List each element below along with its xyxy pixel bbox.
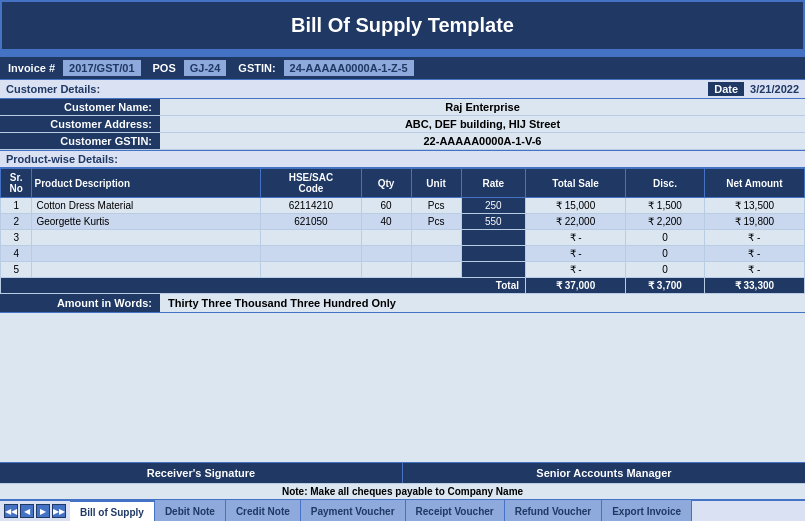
cell-qty: 40 xyxy=(361,214,411,230)
col-header-net: Net Amount xyxy=(704,169,804,198)
cell-total-sale: ₹ - xyxy=(526,230,626,246)
cell-unit xyxy=(411,246,461,262)
table-row: 5 ₹ - 0 ₹ - xyxy=(1,262,805,278)
date-label: Date xyxy=(708,82,744,96)
table-total-row: Total ₹ 37,000 ₹ 3,700 ₹ 33,300 xyxy=(1,278,805,294)
tab-refund-voucher[interactable]: Refund Voucher xyxy=(505,500,602,521)
col-header-unit: Unit xyxy=(411,169,461,198)
customer-name-value: Raj Enterprise xyxy=(160,99,805,115)
tab-payment-voucher[interactable]: Payment Voucher xyxy=(301,500,406,521)
pos-label: POS xyxy=(145,60,184,76)
date-value: 3/21/2022 xyxy=(750,83,799,95)
cell-hse xyxy=(261,262,361,278)
cell-total-sale: ₹ - xyxy=(526,246,626,262)
nav-first[interactable]: ◀◀ xyxy=(4,504,18,518)
cell-net: ₹ 19,800 xyxy=(704,214,804,230)
customer-name-row: Customer Name: Raj Enterprise xyxy=(0,99,805,116)
cell-hse xyxy=(261,230,361,246)
cell-rate: 250 xyxy=(461,198,525,214)
cell-unit xyxy=(411,262,461,278)
nav-last[interactable]: ▶▶ xyxy=(52,504,66,518)
cell-rate xyxy=(461,262,525,278)
invoice-number: 2017/GST/01 xyxy=(63,60,140,76)
tab-receipt-voucher[interactable]: Receipt Voucher xyxy=(406,500,505,521)
total-disc-value: ₹ 3,700 xyxy=(626,278,705,294)
cell-sr: 5 xyxy=(1,262,32,278)
main-container: Bill Of Supply Template Invoice # 2017/G… xyxy=(0,0,805,521)
col-header-disc: Disc. xyxy=(626,169,705,198)
tab-bill-of-supply[interactable]: Bill of Supply xyxy=(70,500,155,521)
cell-net: ₹ - xyxy=(704,262,804,278)
spreadsheet-area: Bill Of Supply Template Invoice # 2017/G… xyxy=(0,0,805,499)
product-details-header: Product-wise Details: xyxy=(0,150,805,168)
cell-unit xyxy=(411,230,461,246)
customer-address-value: ABC, DEF building, HIJ Street xyxy=(160,116,805,132)
accounts-signature: Senior Accounts Manager xyxy=(403,463,805,483)
note-row: Note: Make all cheques payable to Compan… xyxy=(0,483,805,499)
customer-gstin-value: 22-AAAAA0000A-1-V-6 xyxy=(160,133,805,149)
cell-qty: 60 xyxy=(361,198,411,214)
cell-hse: 62114210 xyxy=(261,198,361,214)
signature-row: Receiver's Signature Senior Accounts Man… xyxy=(0,462,805,483)
customer-address-label: Customer Address: xyxy=(0,116,160,132)
nav-arrows: ◀◀ ◀ ▶ ▶▶ xyxy=(0,504,70,518)
cell-disc: 0 xyxy=(626,262,705,278)
cell-qty xyxy=(361,246,411,262)
table-row: 3 ₹ - 0 ₹ - xyxy=(1,230,805,246)
gstin-label: GSTIN: xyxy=(230,60,283,76)
customer-details-label: Customer Details: xyxy=(6,83,100,95)
nav-prev[interactable]: ◀ xyxy=(20,504,34,518)
customer-gstin-row: Customer GSTIN: 22-AAAAA0000A-1-V-6 xyxy=(0,133,805,150)
cell-qty xyxy=(361,262,411,278)
col-header-total-sale: Total Sale xyxy=(526,169,626,198)
table-row: 4 ₹ - 0 ₹ - xyxy=(1,246,805,262)
cell-sr: 2 xyxy=(1,214,32,230)
tab-credit-note[interactable]: Credit Note xyxy=(226,500,301,521)
total-sale-value: ₹ 37,000 xyxy=(526,278,626,294)
gstin-value: 24-AAAAA0000A-1-Z-5 xyxy=(284,60,414,76)
table-row: 1 Cotton Dress Material 62114210 60 Pcs … xyxy=(1,198,805,214)
cell-total-sale: ₹ - xyxy=(526,262,626,278)
customer-name-label: Customer Name: xyxy=(0,99,160,115)
receiver-signature: Receiver's Signature xyxy=(0,463,403,483)
cell-hse xyxy=(261,246,361,262)
cell-desc xyxy=(32,246,261,262)
cell-sr: 4 xyxy=(1,246,32,262)
col-header-desc: Product Description xyxy=(32,169,261,198)
cell-rate: 550 xyxy=(461,214,525,230)
cell-disc: 0 xyxy=(626,230,705,246)
col-header-hse: HSE/SACCode xyxy=(261,169,361,198)
col-header-rate: Rate xyxy=(461,169,525,198)
cell-rate xyxy=(461,246,525,262)
cell-desc: Cotton Dress Material xyxy=(32,198,261,214)
bottom-tabs: ◀◀ ◀ ▶ ▶▶ Bill of Supply Debit Note Cred… xyxy=(0,499,805,521)
cell-unit: Pcs xyxy=(411,198,461,214)
cell-total-sale: ₹ 15,000 xyxy=(526,198,626,214)
cell-desc xyxy=(32,230,261,246)
product-table: Sr.No Product Description HSE/SACCode Qt… xyxy=(0,168,805,294)
amount-words-label: Amount in Words: xyxy=(0,294,160,312)
document-title: Bill Of Supply Template xyxy=(0,0,805,51)
pos-value: GJ-24 xyxy=(184,60,227,76)
nav-next[interactable]: ▶ xyxy=(36,504,50,518)
sig-spacer xyxy=(0,313,805,462)
tab-export-invoice[interactable]: Export Invoice xyxy=(602,500,692,521)
cell-rate xyxy=(461,230,525,246)
cell-hse: 621050 xyxy=(261,214,361,230)
table-row: 2 Georgette Kurtis 621050 40 Pcs 550 ₹ 2… xyxy=(1,214,805,230)
cell-total-sale: ₹ 22,000 xyxy=(526,214,626,230)
total-label: Total xyxy=(1,278,526,294)
invoice-row: Invoice # 2017/GST/01 POS GJ-24 GSTIN: 2… xyxy=(0,57,805,80)
invoice-label: Invoice # xyxy=(0,60,63,76)
cell-desc: Georgette Kurtis xyxy=(32,214,261,230)
tab-debit-note[interactable]: Debit Note xyxy=(155,500,226,521)
amount-words-value: Thirty Three Thousand Three Hundred Only xyxy=(160,294,805,312)
product-details-label: Product-wise Details: xyxy=(6,153,118,165)
col-header-sr: Sr.No xyxy=(1,169,32,198)
cell-disc: 0 xyxy=(626,246,705,262)
cell-sr: 3 xyxy=(1,230,32,246)
cell-net: ₹ - xyxy=(704,246,804,262)
cell-desc xyxy=(32,262,261,278)
cell-net: ₹ - xyxy=(704,230,804,246)
cell-sr: 1 xyxy=(1,198,32,214)
